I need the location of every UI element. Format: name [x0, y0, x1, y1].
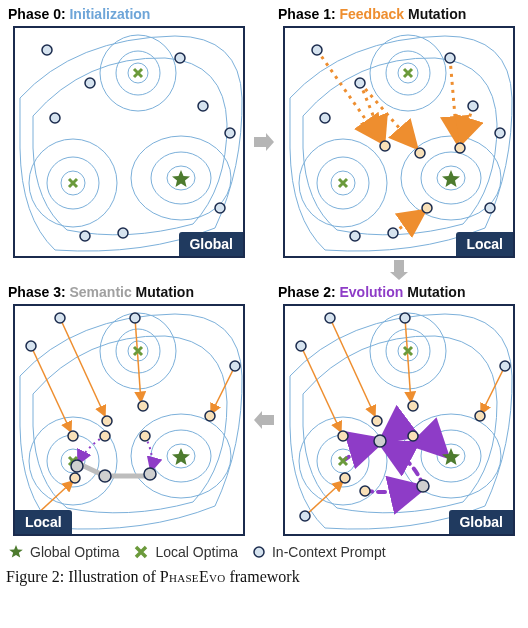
svg-point-12	[198, 101, 208, 111]
svg-point-101	[408, 431, 418, 441]
svg-point-65	[230, 361, 240, 371]
svg-point-14	[215, 203, 225, 213]
global-optima-icon	[172, 170, 190, 187]
legend: Global Optima Local Optima In-Context Pr…	[6, 536, 522, 566]
arrow-down-icon	[387, 258, 411, 282]
panel-phase1: Local	[283, 26, 515, 258]
svg-line-89	[305, 481, 343, 516]
svg-point-35	[445, 53, 455, 63]
svg-line-58	[60, 318, 105, 416]
svg-point-42	[380, 141, 390, 151]
svg-point-69	[138, 401, 148, 411]
svg-point-104	[417, 480, 429, 492]
svg-point-44	[455, 143, 465, 153]
x-icon	[133, 544, 149, 560]
svg-point-67	[68, 431, 78, 441]
star-icon	[8, 544, 24, 560]
svg-line-90	[481, 366, 505, 414]
svg-point-10	[85, 78, 95, 88]
svg-point-99	[340, 473, 350, 483]
svg-point-11	[175, 53, 185, 63]
panel-phase2: Global	[283, 304, 515, 536]
svg-point-33	[312, 45, 322, 55]
local-optima-icon	[69, 69, 142, 187]
svg-point-17	[50, 113, 60, 123]
arrow-right-icon	[252, 130, 276, 154]
svg-point-39	[388, 228, 398, 238]
svg-point-71	[205, 411, 215, 421]
svg-point-93	[400, 313, 410, 323]
svg-line-27	[317, 50, 380, 140]
contour-plot	[285, 28, 515, 258]
phase3-title: Phase 3: Semantic Mutation	[6, 282, 252, 304]
figure-caption: Figure 2: Illustration of PhaseEvo frame…	[6, 566, 522, 586]
svg-point-98	[408, 401, 418, 411]
circle-icon	[252, 545, 266, 559]
svg-line-87	[330, 318, 375, 416]
svg-line-61	[211, 366, 235, 414]
svg-point-37	[495, 128, 505, 138]
svg-point-92	[325, 313, 335, 323]
svg-point-91	[296, 341, 306, 351]
phase1-title: Phase 1: Feedback Mutation	[276, 4, 522, 26]
svg-point-34	[355, 78, 365, 88]
scope-badge: Global	[449, 510, 513, 534]
panel-phase3: Local	[13, 304, 245, 536]
phase2-title: Phase 2: Evolution Mutation	[276, 282, 522, 304]
svg-point-13	[225, 128, 235, 138]
svg-point-96	[338, 431, 348, 441]
svg-point-76	[71, 460, 83, 472]
svg-point-62	[26, 341, 36, 351]
svg-point-70	[70, 473, 80, 483]
svg-point-64	[130, 313, 140, 323]
contour-plot	[15, 28, 245, 258]
svg-line-30	[450, 58, 457, 140]
svg-point-95	[300, 511, 310, 521]
svg-point-103	[374, 435, 386, 447]
svg-point-15	[118, 228, 128, 238]
contour-plot	[285, 306, 515, 536]
arrow-left-icon	[252, 408, 276, 432]
legend-label: Global Optima	[30, 544, 119, 560]
svg-point-36	[468, 101, 478, 111]
svg-point-73	[140, 431, 150, 441]
svg-point-97	[372, 416, 382, 426]
svg-point-72	[100, 431, 110, 441]
svg-point-43	[415, 148, 425, 158]
svg-point-9	[42, 45, 52, 55]
legend-label: Local Optima	[155, 544, 237, 560]
svg-point-41	[320, 113, 330, 123]
svg-point-105	[254, 547, 264, 557]
svg-point-75	[144, 468, 156, 480]
svg-point-40	[350, 231, 360, 241]
svg-line-28	[360, 83, 383, 140]
svg-point-100	[475, 411, 485, 421]
phase0-title: Phase 0: Initialization	[6, 4, 252, 26]
legend-label: In-Context Prompt	[272, 544, 386, 560]
svg-line-29	[360, 83, 415, 146]
scope-badge: Local	[15, 510, 72, 534]
svg-point-38	[485, 203, 495, 213]
scope-badge: Global	[179, 232, 243, 256]
svg-point-45	[422, 203, 432, 213]
panel-phase0: Global	[13, 26, 245, 258]
scope-badge: Local	[456, 232, 513, 256]
svg-point-63	[55, 313, 65, 323]
svg-point-94	[500, 361, 510, 371]
svg-point-68	[102, 416, 112, 426]
contour-plot	[15, 306, 245, 536]
svg-point-74	[99, 470, 111, 482]
svg-point-16	[80, 231, 90, 241]
svg-point-102	[360, 486, 370, 496]
